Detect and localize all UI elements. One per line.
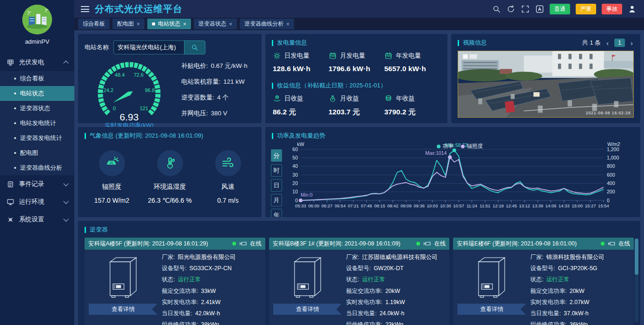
energy-item-0: 日收益86.2 元: [273, 94, 329, 117]
legend-item-1[interactable]: 辐照度: [461, 143, 483, 150]
main-area: 分布式光伏运维平台 普通严重事故 综合看板配电图×电站状态×逆变器状态×逆变器曲…: [74, 0, 644, 325]
info-label: 逆变器数量:: [181, 94, 214, 101]
svg-text:121: 121: [140, 106, 148, 111]
tab-close-icon[interactable]: ×: [286, 21, 289, 27]
field-label: 额定交流功率:: [530, 288, 566, 294]
online-dot-icon: [232, 242, 236, 245]
current-page[interactable]: 1: [614, 39, 625, 47]
weather-items: 辐照度157.0 W/m2环境温湿度26.3 ℃/66.6 %风速0.7 m/s: [78, 140, 262, 204]
translate-icon[interactable]: [535, 5, 544, 13]
legend-dot-icon: [461, 145, 465, 148]
station-search-row: 电站名称: [78, 34, 262, 54]
svg-text:40: 40: [292, 163, 298, 169]
period-tab-1[interactable]: 时: [271, 164, 282, 177]
sidebar-group-2[interactable]: 运行环境: [0, 193, 74, 211]
user-icon[interactable]: [628, 5, 637, 13]
period-tab-0[interactable]: 分: [271, 149, 282, 162]
tab-1[interactable]: 配电图×: [112, 19, 145, 29]
svg-text:11:24: 11:24: [467, 203, 477, 208]
plug-icon: [423, 239, 431, 248]
prev-page-button[interactable]: ‹: [605, 39, 610, 47]
inverter-panel: 逆变器 安科瑞A楼5F (更新时间: 2021-09-08 16:01:29)在…: [78, 221, 640, 325]
tab-4[interactable]: 逆变器曲线分析×: [240, 19, 294, 29]
tab-0[interactable]: 综合看板: [78, 19, 110, 29]
tab-close-icon[interactable]: ×: [183, 21, 186, 27]
sidebar-item-0-0[interactable]: •综合看板: [0, 71, 74, 86]
fullscreen-icon[interactable]: [521, 5, 530, 13]
svg-text:30: 30: [292, 172, 298, 178]
content: 电站名称 024.248.472.696.81216.93 实时发电功率(kW)…: [74, 30, 644, 325]
next-page-button[interactable]: ›: [630, 39, 634, 47]
field-value: 运行正常: [362, 276, 385, 283]
inverter-fields: 厂家:江苏固德威电源科技有限公司设备型号:GW20K-DT状态:运行正常额定交流…: [342, 253, 446, 325]
period-tab-2[interactable]: 日: [271, 179, 282, 192]
sidebar-group-1[interactable]: 事件记录: [0, 175, 74, 193]
energy-label: 年发电量: [396, 52, 421, 60]
sidebar-item-label: 逆变器状态: [20, 104, 50, 113]
sidebar-item-0-4[interactable]: •逆变器发电统计: [0, 131, 74, 146]
inverter-field-0: 厂家:锦浪科技股份有限公司: [530, 253, 630, 261]
energy-item-1: 月发电量1796.6 kW·h: [329, 52, 384, 73]
svg-text:12:45: 12:45: [506, 203, 517, 208]
period-tab-3[interactable]: 月: [271, 194, 282, 206]
tab-bar: 综合看板配电图×电站状态×逆变器状态×逆变器曲线分析×: [74, 18, 644, 30]
svg-text:0: 0: [607, 198, 610, 203]
legend-item-0[interactable]: 功率: [437, 143, 453, 150]
view-details-button[interactable]: 查看详情: [457, 304, 526, 315]
online-label: 在线: [434, 240, 446, 248]
svg-text:06:00: 06:00: [308, 203, 319, 208]
station-search-input[interactable]: [113, 40, 184, 54]
events-icon: [7, 180, 14, 188]
search-icon[interactable]: [492, 5, 501, 13]
sidebar-item-label: 电站状态: [20, 89, 44, 98]
sidebar-group-0[interactable]: 光伏发电: [0, 53, 74, 71]
tab-close-icon[interactable]: ×: [137, 21, 140, 27]
env-icon: [7, 198, 14, 206]
svg-text:11:51: 11:51: [480, 203, 490, 208]
view-details-button[interactable]: 查看详情: [89, 304, 158, 315]
sidebar-item-0-1[interactable]: •电站状态: [0, 86, 74, 101]
view-details-button[interactable]: 查看详情: [273, 304, 342, 315]
refresh-icon[interactable]: [506, 5, 515, 13]
energy-items: 日发电量128.6 kW·h月发电量1796.6 kW·h年发电量5657.0 …: [265, 47, 447, 74]
field-value: 2.41kW: [201, 299, 220, 305]
svg-text:09:36: 09:36: [414, 203, 425, 208]
alarm-badge-1[interactable]: 严重: [576, 4, 596, 14]
station-search-button[interactable]: [184, 40, 205, 54]
energy-value: 1203.7 元: [329, 107, 384, 117]
inverter-field-0: 厂家:阳光电源股份有限公司: [162, 253, 262, 261]
sidebar-group-3[interactable]: 系统设置: [0, 211, 74, 228]
sidebar-item-0-5[interactable]: •配电图: [0, 146, 74, 160]
tab-2[interactable]: 电站状态×: [147, 19, 191, 29]
weather-item-0: 辐照度157.0 W/m2: [83, 150, 141, 204]
tab-3[interactable]: 逆变器状态×: [194, 19, 237, 29]
energy-value: 5657.0 kW·h: [384, 65, 440, 73]
period-tab-4[interactable]: 年: [271, 209, 282, 217]
field-value: 20kW: [570, 288, 585, 294]
inverter-device-illustration: [103, 253, 143, 300]
station-info-row-1: 电站装机容量:121 kW: [181, 78, 257, 86]
app-root: adminPV 光伏发电•综合看板•电站状态•逆变器状态•电站发电统计•逆变器发…: [0, 0, 644, 325]
svg-text:07:21: 07:21: [348, 203, 359, 208]
weather-label: 环境温湿度: [141, 183, 199, 191]
info-value: 4 个: [217, 94, 229, 101]
alarm-badge-2[interactable]: 事故: [602, 4, 622, 14]
inverter-scrollbar[interactable]: [635, 239, 638, 322]
video-scene: 2021-09-08 16:02:28: [458, 51, 633, 117]
sidebar-item-0-6[interactable]: •逆变器曲线分析: [0, 160, 74, 175]
scrollbar-thumb[interactable]: [635, 239, 638, 275]
sidebar-item-0-3[interactable]: •电站发电统计: [0, 116, 74, 131]
inverter-card-body: 查看详情厂家:江苏固德威电源科技有限公司设备型号:GW20K-DT状态:运行正常…: [269, 250, 450, 325]
svg-text:06:54: 06:54: [335, 203, 346, 208]
alarm-badge-0[interactable]: 普通: [550, 4, 570, 14]
inverter-card-2: 安科瑞E楼6F (更新时间: 2021-09-08 16:01:00)在线 查看…: [453, 238, 634, 325]
calendar-icon: [384, 52, 393, 60]
sidebar-item-0-2[interactable]: •逆变器状态: [0, 101, 74, 116]
menu-collapse-icon[interactable]: [81, 6, 89, 12]
settings-icon: [7, 216, 14, 224]
inverter-field-6: 组件峰值功率:23kWp: [346, 321, 446, 325]
inverter-field-5: 当日发电量:24.0kW·h: [346, 310, 446, 318]
chevron-down-icon: [63, 216, 68, 221]
online-dot-icon: [601, 242, 605, 245]
tab-close-icon[interactable]: ×: [229, 21, 232, 27]
